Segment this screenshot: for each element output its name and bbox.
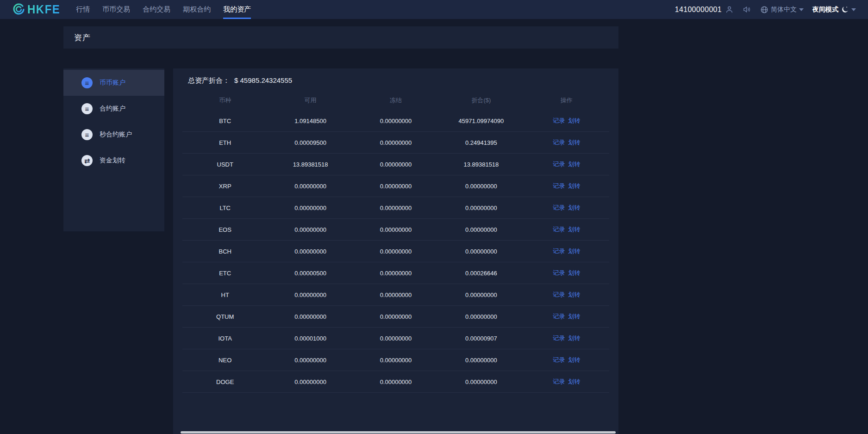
converted-cell: 45971.09974090: [438, 118, 524, 124]
transfer-link-ht[interactable]: 划转: [568, 291, 580, 298]
moon-icon: [841, 6, 849, 14]
transfer-icon: ⇄: [81, 155, 93, 166]
record-link-eos[interactable]: 记录: [553, 226, 565, 233]
record-link-eth[interactable]: 记录: [553, 139, 565, 146]
available-cell: 1.09148500: [268, 118, 353, 124]
transfer-link-bch[interactable]: 划转: [568, 248, 580, 254]
nav-item-contract-trade[interactable]: 合约交易: [143, 0, 170, 19]
transfer-link-ltc[interactable]: 划转: [568, 204, 580, 211]
converted-cell: 0.00000000: [438, 205, 524, 211]
transfer-link-qtum[interactable]: 划转: [568, 313, 580, 320]
actions-cell: 记录划转: [524, 269, 609, 277]
converted-cell: 0.00000000: [438, 226, 524, 233]
table-row-ltc: LTC0.000000000.000000000.00000000记录划转: [182, 197, 609, 219]
transfer-link-doge[interactable]: 划转: [568, 378, 580, 385]
record-link-ltc[interactable]: 记录: [553, 204, 565, 211]
user-icon: [725, 5, 734, 14]
table-row-doge: DOGE0.000000000.000000000.00000000记录划转: [182, 371, 609, 393]
frozen-cell: 0.00000000: [353, 183, 438, 190]
language-label: 简体中文: [771, 6, 797, 14]
transfer-link-iota[interactable]: 划转: [568, 335, 580, 341]
horizontal-scrollbar[interactable]: [181, 431, 616, 434]
currency-cell: NEO: [182, 357, 268, 364]
sidebar-item-label: 资金划转: [100, 156, 125, 165]
frozen-cell: 0.00000000: [353, 161, 438, 168]
actions-cell: 记录划转: [524, 225, 609, 234]
frozen-cell: 0.00000000: [353, 313, 438, 320]
available-cell: 0.00000000: [268, 378, 353, 385]
nav-item-market[interactable]: 行情: [76, 0, 90, 19]
record-link-ht[interactable]: 记录: [553, 291, 565, 298]
transfer-link-neo[interactable]: 划转: [568, 356, 580, 363]
frozen-cell: 0.00000000: [353, 357, 438, 364]
account-id: 14100000001: [675, 6, 722, 14]
converted-cell: 13.89381518: [438, 161, 524, 168]
nav-item-my-assets[interactable]: 我的资产: [223, 0, 251, 19]
sidebar-item-contract-account[interactable]: ≡合约账户: [63, 96, 164, 122]
currency-cell: ETH: [182, 139, 268, 146]
sidebar-item-fund-transfer[interactable]: ⇄资金划转: [63, 148, 164, 174]
table-row-eos: EOS0.000000000.000000000.00000000记录划转: [182, 219, 609, 241]
record-link-usdt[interactable]: 记录: [553, 161, 565, 167]
converted-cell: 0.00000000: [438, 291, 524, 298]
currency-cell: IOTA: [182, 335, 268, 342]
frozen-cell: 0.00000000: [353, 139, 438, 146]
record-link-neo[interactable]: 记录: [553, 356, 565, 363]
account-menu[interactable]: 14100000001: [675, 5, 734, 14]
converted-cell: 0.00000000: [438, 183, 524, 190]
record-link-qtum[interactable]: 记录: [553, 313, 565, 320]
available-cell: 0.00000500: [268, 270, 353, 277]
nav-item-spot-trade[interactable]: 币币交易: [102, 0, 130, 19]
converted-cell: 0.00000907: [438, 335, 524, 342]
page-title-bar: 资产: [63, 26, 618, 49]
record-link-xrp[interactable]: 记录: [553, 182, 565, 189]
logo-ring-icon: [12, 3, 25, 16]
table-row-iota: IOTA0.000010000.000000000.00000907记录划转: [182, 328, 609, 349]
currency-cell: HT: [182, 291, 268, 298]
available-cell: 0.00000000: [268, 291, 353, 298]
available-cell: 0.00001000: [268, 335, 353, 342]
theme-selector[interactable]: 夜间模式: [812, 6, 856, 14]
page-title: 资产: [74, 32, 91, 43]
table-row-usdt: USDT13.893815180.0000000013.89381518记录划转: [182, 154, 609, 175]
nav-item-options-contract[interactable]: 期权合约: [183, 0, 211, 19]
sidebar-item-spot-account[interactable]: ≡币币账户: [63, 70, 164, 96]
table-row-eth: ETH0.000095000.000000000.24941395记录划转: [182, 132, 609, 154]
table-header-row: 币种可用冻结折合($)操作: [182, 91, 609, 110]
converted-cell: 0.24941395: [438, 139, 524, 146]
caret-down-icon: [799, 8, 804, 11]
available-cell: 0.00000000: [268, 183, 353, 190]
converted-cell: 0.00000000: [438, 378, 524, 385]
announcement-button[interactable]: [743, 5, 751, 14]
coin-icon: ≡: [81, 103, 93, 114]
available-cell: 0.00000000: [268, 357, 353, 364]
record-link-etc[interactable]: 记录: [553, 269, 565, 276]
frozen-cell: 0.00000000: [353, 205, 438, 211]
brand-logo[interactable]: HKFE: [12, 0, 60, 19]
record-link-iota[interactable]: 记录: [553, 335, 565, 341]
language-selector[interactable]: 简体中文: [760, 6, 804, 14]
actions-cell: 记录划转: [524, 138, 609, 147]
transfer-link-btc[interactable]: 划转: [568, 117, 580, 124]
actions-cell: 记录划转: [524, 204, 609, 212]
transfer-link-xrp[interactable]: 划转: [568, 182, 580, 189]
record-link-doge[interactable]: 记录: [553, 378, 565, 385]
transfer-link-usdt[interactable]: 划转: [568, 161, 580, 167]
sidebar-item-second-contract-account[interactable]: ≡秒合约账户: [63, 122, 164, 148]
assets-main-panel: 总资产折合：$ 45985.24324555 币种可用冻结折合($)操作 BTC…: [173, 68, 618, 434]
transfer-link-etc[interactable]: 划转: [568, 269, 580, 276]
currency-cell: QTUM: [182, 313, 268, 320]
record-link-bch[interactable]: 记录: [553, 248, 565, 254]
transfer-link-eos[interactable]: 划转: [568, 226, 580, 233]
table-row-qtum: QTUM0.000000000.000000000.00000000记录划转: [182, 306, 609, 328]
currency-cell: BCH: [182, 248, 268, 255]
sidebar-item-label: 币币账户: [100, 79, 125, 87]
total-assets-value: $ 45985.24324555: [234, 76, 292, 84]
table-row-etc: ETC0.000005000.000000000.00026646记录划转: [182, 262, 609, 284]
column-header: 冻结: [353, 96, 438, 105]
record-link-btc[interactable]: 记录: [553, 117, 565, 124]
frozen-cell: 0.00000000: [353, 291, 438, 298]
transfer-link-eth[interactable]: 划转: [568, 139, 580, 146]
frozen-cell: 0.00000000: [353, 270, 438, 277]
nav-menu: 行情币币交易合约交易期权合约我的资产: [76, 0, 251, 19]
